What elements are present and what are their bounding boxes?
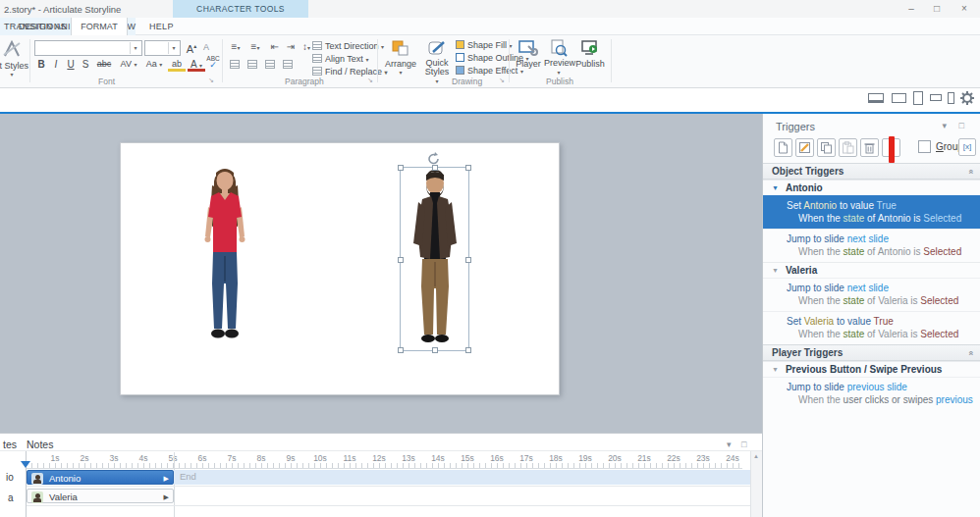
trigger-item[interactable]: Jump to slide previous slideWhen the use…: [763, 377, 980, 410]
delete-trigger-button[interactable]: [860, 138, 879, 157]
phone-landscape-preview-icon[interactable]: [930, 94, 942, 101]
tablet-landscape-preview-icon[interactable]: [892, 93, 906, 103]
shape-fill-button[interactable]: Shape Fill ▾: [456, 40, 513, 50]
slide-canvas-area[interactable]: [0, 114, 762, 433]
resize-handle[interactable]: [432, 347, 438, 353]
show-until-end-icon[interactable]: ▶: [164, 490, 169, 504]
text-styles-icon: [1, 39, 23, 59]
expand-triangle-icon[interactable]: ▼: [772, 184, 779, 191]
edit-trigger-button[interactable]: [795, 138, 814, 157]
resize-handle[interactable]: [398, 257, 404, 263]
strikethrough-button[interactable]: abc: [93, 57, 115, 72]
font-size-combobox[interactable]: ▾: [144, 40, 181, 56]
change-case-button[interactable]: Aa ▾: [142, 57, 166, 72]
quick-styles-button[interactable]: Quick Styles▾: [420, 39, 454, 86]
italic-button[interactable]: I: [49, 57, 63, 72]
tab-format[interactable]: FORMAT: [71, 18, 128, 35]
character-spacing-button[interactable]: AV ▾: [117, 57, 140, 72]
resize-handle[interactable]: [465, 165, 471, 171]
resize-handle[interactable]: [465, 257, 471, 263]
trigger-group-row[interactable]: ▼Antonio: [763, 180, 980, 195]
align-text-button[interactable]: Align Text ▾: [312, 54, 368, 64]
restore-icon[interactable]: □: [929, 3, 945, 15]
group-checkbox[interactable]: [918, 140, 931, 153]
expand-triangle-icon[interactable]: ▼: [772, 366, 779, 373]
shadow-button[interactable]: S: [79, 57, 92, 72]
timeline-bar-antonio[interactable]: Antonio ▶: [27, 470, 174, 485]
timeline-object-label[interactable]: io: [6, 472, 14, 483]
expand-triangle-icon[interactable]: ▼: [772, 267, 779, 274]
playhead-icon[interactable]: [21, 461, 30, 468]
shape-effect-button[interactable]: Shape Effect ▾: [456, 66, 523, 76]
slide[interactable]: [120, 142, 560, 395]
decrease-indent-button[interactable]: ⇤: [267, 40, 283, 55]
trigger-item[interactable]: Set Valeria to value TrueWhen the state …: [763, 311, 980, 344]
underline-button[interactable]: U: [64, 57, 78, 72]
grow-font-button[interactable]: A▴: [185, 39, 198, 54]
drawing-dialog-launcher-icon[interactable]: ↘: [499, 77, 505, 84]
highlight-color-button[interactable]: ab: [168, 57, 186, 72]
tab-states-partial[interactable]: tes: [3, 439, 17, 450]
character-valeria-image[interactable]: [195, 166, 254, 352]
publish-button[interactable]: Publish: [575, 39, 605, 69]
trigger-group-row[interactable]: ▼Valeria: [763, 262, 980, 278]
timeline-object-label[interactable]: a: [8, 492, 14, 503]
font-color-button[interactable]: A ▾: [188, 57, 205, 72]
paste-trigger-button[interactable]: [839, 138, 857, 157]
font-size-dropdown-icon[interactable]: ▾: [168, 42, 179, 54]
collapse-section-icon[interactable]: «: [965, 169, 975, 174]
triggers-panel-window-icon[interactable]: □: [959, 121, 964, 130]
align-center-icon[interactable]: [245, 58, 261, 73]
shrink-font-button[interactable]: A: [199, 40, 213, 55]
ruler-tick-label: 3s: [103, 453, 125, 463]
settings-gear-icon[interactable]: [960, 91, 974, 105]
font-dialog-launcher-icon[interactable]: ↘: [208, 77, 214, 84]
font-name-combobox[interactable]: ▾: [34, 40, 142, 56]
trigger-item[interactable]: Set Antonio to value TrueWhen the state …: [763, 195, 980, 229]
trigger-group-row[interactable]: ▼Previous Button / Swipe Previous: [763, 361, 980, 377]
resize-handle[interactable]: [465, 347, 471, 353]
timeline-panel-window-icon[interactable]: □: [741, 439, 746, 449]
timeline-ruler[interactable]: 1s2s3s4s5s6s7s8s9s10s11s12s13s14s15s16s1…: [0, 451, 762, 469]
trigger-text-part: state: [844, 213, 865, 224]
timeline-scrollbar[interactable]: ▲: [750, 451, 762, 517]
desktop-preview-icon[interactable]: [868, 93, 884, 103]
tab-help[interactable]: HELP: [149, 18, 174, 35]
selection-box[interactable]: [400, 167, 469, 351]
copy-trigger-button[interactable]: [817, 138, 836, 157]
manage-variables-button[interactable]: [x]: [958, 138, 976, 156]
tab-notes[interactable]: Notes: [27, 439, 53, 450]
timeline-panel-menu-icon[interactable]: ▾: [727, 439, 732, 449]
bold-button[interactable]: B: [34, 57, 48, 72]
arrange-button[interactable]: Arrange ▾: [383, 39, 418, 76]
preview-button[interactable]: Preview▾: [544, 39, 573, 78]
paragraph-dialog-launcher-icon[interactable]: ↘: [367, 77, 373, 84]
spell-check-button[interactable]: ABC ✓: [205, 55, 221, 70]
trigger-item[interactable]: Jump to slide next slideWhen the state o…: [763, 278, 980, 311]
bullets-button[interactable]: ≡▾: [228, 40, 244, 55]
close-icon[interactable]: ×: [956, 3, 972, 15]
show-until-end-icon[interactable]: ▶: [164, 471, 169, 486]
minimize-icon[interactable]: –: [903, 3, 919, 15]
numbering-button[interactable]: ≡▾: [247, 40, 263, 55]
collapse-section-icon[interactable]: «: [965, 350, 975, 355]
tab-design[interactable]: DESIGN: [8, 18, 63, 35]
phone-portrait-preview-icon[interactable]: [948, 92, 954, 104]
resize-handle[interactable]: [398, 347, 404, 353]
increase-indent-button[interactable]: ⇥: [283, 40, 299, 55]
timeline-bar-valeria[interactable]: Valeria ▶: [27, 489, 174, 503]
justify-icon[interactable]: [281, 58, 297, 73]
align-left-icon[interactable]: [228, 58, 244, 73]
text-styles-button[interactable]: xt Styles ▾: [0, 39, 29, 78]
rotation-handle-icon[interactable]: [427, 152, 441, 166]
text-direction-button[interactable]: Text Direction ▾: [312, 41, 384, 51]
tablet-portrait-preview-icon[interactable]: [913, 91, 923, 105]
scroll-up-icon[interactable]: ▲: [753, 453, 759, 459]
trigger-item[interactable]: Jump to slide next slideWhen the state o…: [763, 229, 980, 262]
resize-handle[interactable]: [398, 165, 404, 171]
align-right-icon[interactable]: [263, 58, 279, 73]
font-name-dropdown-icon[interactable]: ▾: [130, 42, 140, 54]
new-trigger-button[interactable]: [774, 138, 792, 157]
triggers-panel-menu-icon[interactable]: ▾: [942, 121, 947, 130]
player-button[interactable]: Player: [515, 39, 542, 69]
